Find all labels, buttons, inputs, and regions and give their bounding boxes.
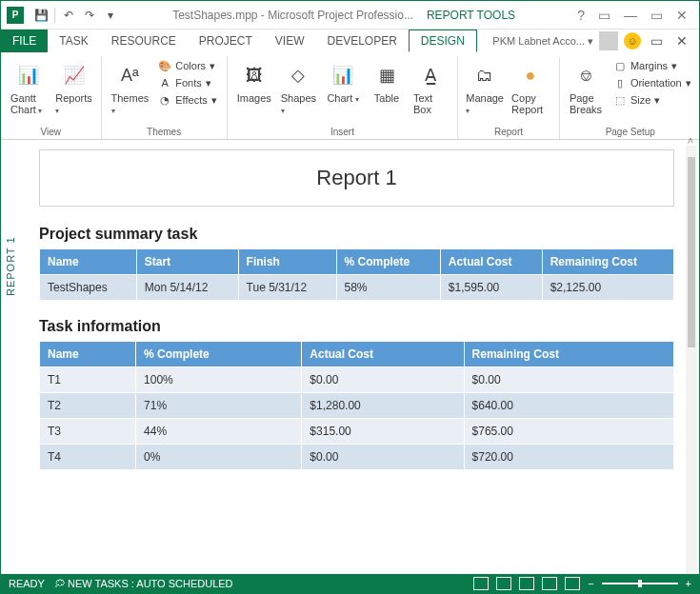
window-controls: ? ▭ — ▭ ✕	[573, 8, 699, 23]
col-start: Start	[136, 249, 238, 275]
group-themes: Aª Themes 🎨Colors ▾ AFonts ▾ ◔Effects ▾ …	[102, 56, 228, 139]
size-button[interactable]: ⬚Size ▾	[611, 92, 693, 108]
view-shortcut-3[interactable]	[519, 577, 534, 590]
shapes-button[interactable]: ◇Shapes	[279, 58, 318, 117]
group-view: 📊 Gantt Chart 📈 Reports View	[1, 56, 102, 139]
zoom-out-button[interactable]: −	[588, 578, 593, 589]
feedback-icon[interactable]: ☺	[624, 32, 641, 50]
textbox-label: Text Box	[413, 92, 448, 115]
title-center: TestShapes.mpp - Microsoft Project Profe…	[124, 9, 573, 22]
page-breaks-button[interactable]: ⎊Page Breaks	[568, 58, 606, 117]
view-shortcut-4[interactable]	[542, 577, 557, 590]
cell: T4	[40, 445, 136, 470]
view-shortcut-5[interactable]	[565, 577, 580, 590]
table-row[interactable]: T344%$315.00$765.00	[40, 419, 674, 445]
colors-button[interactable]: 🎨Colors ▾	[156, 58, 218, 73]
status-newtasks[interactable]: 🗭 NEW TASKS : AUTO SCHEDULED	[54, 578, 233, 589]
close-button[interactable]: ✕	[672, 8, 691, 23]
tab-view[interactable]: VIEW	[264, 30, 316, 52]
mdi-close-button[interactable]: ✕	[672, 33, 691, 49]
themes-button[interactable]: Aª Themes	[110, 58, 151, 117]
zoom-thumb[interactable]	[638, 580, 642, 587]
account-menu[interactable]: PKM Labnet Acco... ▾	[492, 35, 593, 48]
cell: Mon 5/14/12	[136, 275, 238, 301]
orientation-button[interactable]: ▯Orientation ▾	[611, 75, 693, 90]
summary-table[interactable]: Name Start Finish % Complete Actual Cost…	[39, 248, 674, 301]
cell: $640.00	[464, 393, 673, 419]
cell: Tue 5/31/12	[238, 275, 336, 301]
table-row[interactable]: TestShapes Mon 5/14/12 Tue 5/31/12 58% $…	[40, 275, 674, 301]
col-pct: % Complete	[136, 342, 302, 367]
table-row[interactable]: T1100%$0.00$0.00	[40, 367, 674, 393]
cell: 71%	[136, 393, 302, 419]
minimize-button[interactable]: —	[620, 8, 641, 23]
titlebar: P 💾 ↶ ↷ ▾ TestShapes.mpp - Microsoft Pro…	[1, 1, 699, 30]
table-row[interactable]: T271%$1,280.00$640.00	[40, 393, 674, 419]
cell: T1	[40, 367, 136, 393]
images-button[interactable]: 🖼Images	[235, 58, 273, 106]
cell: 0%	[136, 445, 302, 470]
save-button[interactable]: 💾	[31, 6, 50, 25]
gantt-chart-button[interactable]: 📊 Gantt Chart	[9, 58, 50, 117]
avatar[interactable]	[599, 31, 618, 50]
table-button[interactable]: ▦Table	[368, 58, 406, 106]
group-themes-label: Themes	[110, 125, 219, 139]
reports-label: Reports	[55, 92, 92, 115]
colors-icon: 🎨	[158, 59, 171, 72]
reports-icon: 📈	[59, 60, 90, 90]
view-shortcut-2[interactable]	[496, 577, 511, 590]
effects-button[interactable]: ◔Effects ▾	[156, 92, 218, 108]
breaks-icon: ⎊	[571, 60, 602, 90]
ribbon: 📊 Gantt Chart 📈 Reports View Aª Themes 🎨…	[1, 52, 699, 140]
col-finish: Finish	[238, 249, 336, 275]
collapse-ribbon-button[interactable]: ʌ	[688, 134, 693, 145]
chart-icon: 📊	[328, 60, 358, 90]
tab-project[interactable]: PROJECT	[188, 30, 264, 52]
maximize-button[interactable]: ▭	[647, 8, 667, 23]
qat-more-button[interactable]: ▾	[101, 6, 120, 25]
mdi-restore-button[interactable]: ▭	[647, 33, 667, 49]
tab-resource[interactable]: RESOURCE	[100, 30, 188, 52]
fonts-button[interactable]: AFonts ▾	[156, 75, 218, 90]
tab-design[interactable]: DESIGN	[409, 30, 477, 52]
view-shortcut-1[interactable]	[473, 577, 489, 590]
tab-task[interactable]: TASK	[48, 30, 99, 52]
themes-label: Themes	[111, 92, 150, 115]
statusbar: READY 🗭 NEW TASKS : AUTO SCHEDULED − +	[1, 574, 699, 593]
chart-label: Chart	[327, 92, 358, 104]
size-label: Size	[630, 94, 650, 106]
copy-icon: ●	[515, 60, 546, 90]
help-button[interactable]: ?	[573, 8, 589, 23]
task-table[interactable]: Name % Complete Actual Cost Remaining Co…	[39, 341, 674, 470]
scroll-thumb[interactable]	[688, 157, 695, 347]
task-heading: Task information	[39, 318, 674, 335]
reports-button[interactable]: 📈 Reports	[55, 58, 93, 117]
cell: T3	[40, 419, 136, 445]
zoom-slider[interactable]	[602, 583, 678, 584]
fonts-label: Fonts	[175, 77, 202, 89]
margins-icon: ▢	[613, 59, 627, 72]
col-remaining: Remaining Cost	[464, 342, 673, 367]
vertical-scrollbar[interactable]	[686, 146, 697, 574]
zoom-in-button[interactable]: +	[686, 578, 691, 589]
cell: $2,125.00	[542, 275, 673, 301]
tab-developer[interactable]: DEVELOPER	[316, 30, 409, 52]
report-title[interactable]: Report 1	[39, 149, 674, 207]
table-row[interactable]: T40%$0.00$720.00	[40, 445, 674, 470]
group-view-label: View	[9, 125, 93, 139]
col-pct: % Complete	[336, 249, 440, 275]
breaks-label: Page Breaks	[570, 92, 604, 115]
ribbon-display-button[interactable]: ▭	[594, 8, 614, 23]
manage-button[interactable]: 🗂Manage	[466, 58, 504, 117]
shapes-icon: ◇	[283, 60, 313, 90]
textbox-button[interactable]: A̲Text Box	[411, 58, 450, 117]
redo-button[interactable]: ↷	[80, 6, 99, 25]
chart-button[interactable]: 📊Chart	[324, 58, 362, 106]
table-header-row: Name % Complete Actual Cost Remaining Co…	[40, 342, 674, 367]
undo-button[interactable]: ↶	[59, 6, 78, 25]
side-tab-report[interactable]: REPORT 1	[5, 236, 16, 296]
cell: 58%	[336, 275, 440, 301]
tab-file[interactable]: FILE	[1, 30, 48, 52]
margins-button[interactable]: ▢Margins ▾	[611, 58, 693, 73]
copy-report-button[interactable]: ●Copy Report	[510, 58, 551, 117]
